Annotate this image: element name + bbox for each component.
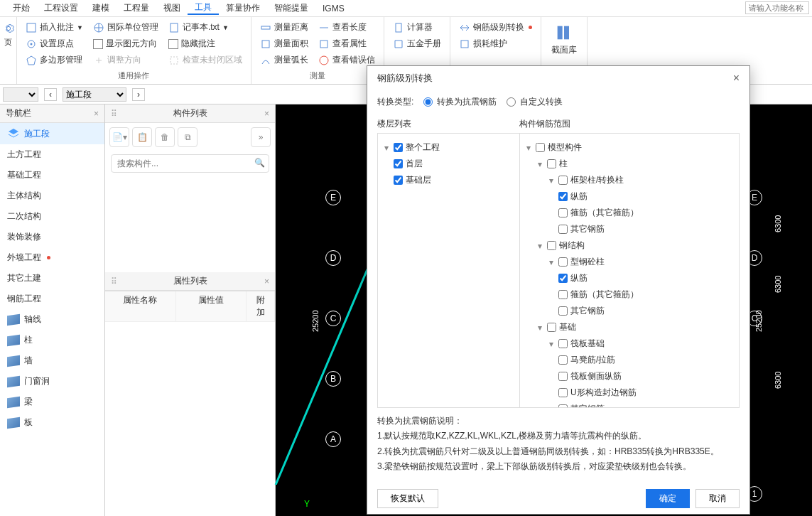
expand-icon[interactable]: ▾ bbox=[547, 339, 556, 349]
rebar-convert[interactable]: 钢筋级别转换 bbox=[456, 20, 535, 35]
nav-item-wall[interactable]: 墙 bbox=[0, 350, 104, 371]
tree-checkbox[interactable] bbox=[558, 208, 568, 217]
tree-checkbox[interactable] bbox=[558, 355, 568, 365]
nav-item[interactable]: 基础工程 bbox=[0, 165, 104, 186]
expand-icon[interactable]: ▾ bbox=[547, 176, 556, 186]
function-search-input[interactable] bbox=[745, 1, 809, 14]
reset-button[interactable]: 恢复默认 bbox=[377, 489, 438, 508]
show-direction[interactable]: 显示图元方向 bbox=[90, 36, 161, 51]
hardware-manual[interactable]: 五金手册 bbox=[390, 36, 444, 51]
nav-item-stage[interactable]: 施工段 bbox=[0, 123, 104, 144]
layer-select[interactable] bbox=[3, 87, 38, 102]
prev-btn[interactable]: ‹ bbox=[44, 88, 57, 101]
close-icon[interactable]: × bbox=[733, 72, 740, 85]
nav-item[interactable]: 土方工程 bbox=[0, 144, 104, 165]
tree-checkbox[interactable] bbox=[558, 372, 568, 381]
expand-icon[interactable]: ▾ bbox=[536, 241, 544, 251]
set-origin[interactable]: 设置原点 bbox=[23, 36, 86, 51]
expand-icon[interactable]: ▾ bbox=[536, 323, 544, 333]
tree-checkbox[interactable] bbox=[558, 388, 568, 397]
measure-distance[interactable]: 测量距离 bbox=[257, 20, 311, 35]
tree-checkbox[interactable] bbox=[558, 257, 568, 267]
close-icon[interactable]: × bbox=[94, 109, 99, 119]
tree-checkbox[interactable] bbox=[558, 225, 568, 234]
radio-label: 自定义转换 bbox=[520, 96, 563, 108]
menu-item[interactable]: 智能提量 bbox=[267, 2, 315, 14]
menu-item[interactable]: 建模 bbox=[85, 2, 117, 14]
expand-icon[interactable]: ▾ bbox=[547, 257, 556, 267]
nav-item[interactable]: 钢筋工程 bbox=[0, 289, 104, 309]
menu-item[interactable]: IGMS bbox=[315, 4, 352, 14]
nav-item-opening[interactable]: 门窗洞 bbox=[0, 371, 104, 392]
tree-checkbox[interactable] bbox=[558, 339, 568, 348]
close-icon[interactable]: × bbox=[264, 276, 269, 286]
calculator[interactable]: 计算器 bbox=[390, 20, 444, 35]
rebar-convert-dialog: 钢筋级别转换 × 转换类型: 转换为抗震钢筋 自定义转换 楼层列表 构件钢筋范围… bbox=[367, 65, 750, 515]
menu-item[interactable]: 算量协作 bbox=[219, 2, 267, 14]
stage-select[interactable]: 施工段 bbox=[63, 87, 126, 102]
floor-checkbox[interactable] bbox=[394, 159, 403, 168]
delete-btn[interactable]: 🗑 bbox=[155, 127, 175, 147]
menu-item[interactable]: 工程量 bbox=[117, 2, 156, 14]
settings-button[interactable] bbox=[1, 20, 15, 37]
checkbox-icon bbox=[168, 39, 178, 49]
polygon-manage[interactable]: 多边形管理 bbox=[23, 53, 86, 68]
radio-seismic[interactable] bbox=[423, 97, 433, 107]
tree-checkbox[interactable] bbox=[558, 274, 568, 283]
more-btn[interactable]: » bbox=[251, 127, 271, 147]
tree-checkbox[interactable] bbox=[547, 241, 556, 250]
floor-checkbox[interactable] bbox=[394, 143, 403, 152]
nav-item[interactable]: 装饰装修 bbox=[0, 227, 104, 247]
loss-maintain[interactable]: 损耗维护 bbox=[456, 36, 535, 51]
measure-area[interactable]: 测量面积 bbox=[257, 36, 311, 51]
menu-item[interactable]: 视图 bbox=[156, 2, 188, 14]
floor-checkbox[interactable] bbox=[394, 176, 403, 185]
nav-item-beam[interactable]: 梁 bbox=[0, 392, 104, 412]
menu-item[interactable]: 开始 bbox=[6, 2, 37, 14]
tree-checkbox[interactable] bbox=[558, 176, 568, 185]
next-btn[interactable]: › bbox=[132, 88, 145, 101]
insert-annotation[interactable]: 插入批注▼ bbox=[23, 20, 86, 35]
unit-manage[interactable]: 国际单位管理 bbox=[90, 20, 161, 35]
menu-item[interactable]: 工程设置 bbox=[37, 2, 85, 14]
view-props[interactable]: 查看属性 bbox=[315, 36, 378, 51]
copy-btn[interactable]: 📋 bbox=[132, 127, 152, 147]
tree-checkbox[interactable] bbox=[547, 159, 556, 168]
nav-item[interactable]: 外墙工程 bbox=[0, 247, 104, 268]
ok-button[interactable]: 确定 bbox=[646, 489, 690, 508]
axis-marker: A bbox=[325, 431, 341, 447]
menu-item-active[interactable]: 工具 bbox=[188, 1, 219, 15]
view-length[interactable]: 查看长度 bbox=[315, 20, 378, 35]
hide-annotation[interactable]: 隐藏批注 bbox=[166, 36, 245, 51]
dimension: 6300 bbox=[774, 372, 782, 389]
nav-item[interactable]: 二次结构 bbox=[0, 206, 104, 227]
cancel-button[interactable]: 取消 bbox=[695, 489, 740, 508]
tree-checkbox[interactable] bbox=[558, 306, 568, 316]
expand-icon[interactable]: ▾ bbox=[536, 159, 544, 169]
calc-icon bbox=[393, 22, 404, 33]
notepad[interactable]: 记事本.txt▼ bbox=[166, 20, 245, 35]
section-library[interactable]: 截面库 bbox=[547, 20, 581, 59]
dup-btn[interactable]: ⧉ bbox=[178, 127, 197, 147]
measure-arc[interactable]: 测量弧长 bbox=[257, 53, 311, 68]
nav-item-column[interactable]: 柱 bbox=[0, 330, 104, 350]
mid-panel: ⠿构件列表 × 📄▾ 📋 🗑 ⧉ » 🔍 ⠿属性列表 × 属性名称 属性值 附加 bbox=[105, 104, 276, 516]
new-btn[interactable]: 📄▾ bbox=[109, 127, 129, 147]
tree-checkbox[interactable] bbox=[558, 290, 568, 299]
tree-checkbox[interactable] bbox=[547, 323, 556, 332]
close-icon[interactable]: × bbox=[264, 109, 269, 119]
expand-icon[interactable]: ▾ bbox=[382, 143, 391, 153]
expand-icon[interactable]: ▾ bbox=[524, 143, 533, 153]
tree-checkbox[interactable] bbox=[558, 404, 568, 407]
nav-item-slab[interactable]: 板 bbox=[0, 412, 104, 433]
nav-item[interactable]: 其它土建 bbox=[0, 268, 104, 289]
search-icon[interactable]: 🔍 bbox=[254, 158, 265, 168]
comp-search-input[interactable] bbox=[111, 154, 269, 173]
nav-item[interactable]: 主体结构 bbox=[0, 186, 104, 206]
tree-checkbox[interactable] bbox=[536, 143, 545, 152]
radio-custom[interactable] bbox=[507, 97, 516, 107]
section-icon bbox=[554, 23, 574, 43]
nav-item-axis[interactable]: 轴线 bbox=[0, 309, 104, 330]
tree-checkbox[interactable] bbox=[558, 192, 568, 201]
arc-icon bbox=[260, 55, 271, 66]
